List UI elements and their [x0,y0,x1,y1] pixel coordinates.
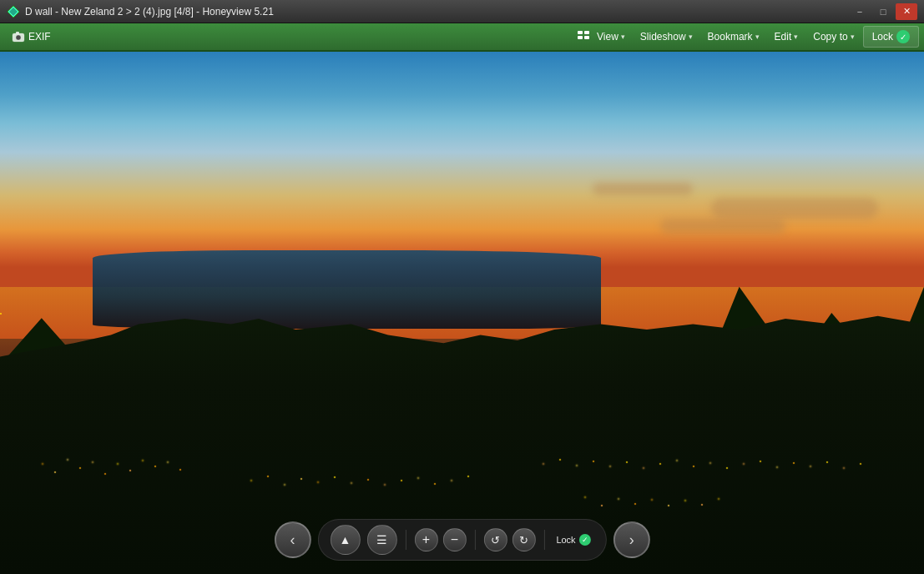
cloud-1 [711,198,878,219]
bookmark-menu-button[interactable]: Bookmark ▾ [701,28,766,46]
window-title: D wall - New Zeland 2 > 2 (4).jpg [4/8] … [25,6,274,18]
close-button[interactable]: ✕ [896,3,917,20]
prev-icon: ‹ [290,531,295,549]
lock-checkmark: ✓ [582,536,588,544]
photo-scene [0,52,924,574]
camera-icon [12,31,25,43]
zoom-out-button[interactable]: − [442,528,466,551]
lock-button[interactable]: Lock ✓ [863,26,919,48]
lock-ctrl-label: Lock [556,535,575,545]
edit-label: Edit [775,31,792,43]
lock-ctrl-check-icon: ✓ [579,534,591,546]
minimize-button[interactable]: − [849,3,871,20]
image-area: ‹ ▲ ☰ + − [0,52,924,574]
cloud-3 [593,183,693,195]
view-dropdown-arrow: ▾ [621,33,625,41]
rotate-left-icon: ↺ [491,534,500,546]
eject-button[interactable]: ▲ [330,525,360,555]
menu-button[interactable]: ☰ [366,525,396,555]
eject-icon: ▲ [339,533,351,546]
view-menu-button[interactable]: View ▾ [571,28,632,46]
rotate-controls: ↺ ↻ [483,528,535,551]
divider-1 [405,530,406,550]
rotate-right-button[interactable]: ↻ [512,528,535,551]
maximize-button[interactable]: □ [872,3,894,20]
next-icon: › [629,531,634,549]
slideshow-menu-button[interactable]: Slideshow ▾ [634,28,699,46]
prev-image-button[interactable]: ‹ [274,521,311,558]
zoom-in-button[interactable]: + [414,528,437,551]
edit-dropdown-arrow: ▾ [794,33,798,41]
slideshow-dropdown-arrow: ▾ [689,33,693,41]
app-icon [7,5,20,18]
next-image-button[interactable]: › [613,521,650,558]
svg-point-3 [16,35,21,40]
exif-label: EXIF [28,31,51,43]
hamburger-icon: ☰ [376,533,387,546]
controls-overlay: ‹ ▲ ☰ + − [274,519,649,561]
exif-button[interactable]: EXIF [5,28,58,46]
copyto-menu-button[interactable]: Copy to ▾ [806,28,861,46]
lights-dots [0,313,2,315]
bookmark-label: Bookmark [708,31,753,43]
main-control-panel: ▲ ☰ + − ↺ [317,519,606,561]
slideshow-label: Slideshow [640,31,686,43]
window-controls: − □ ✕ [849,3,917,20]
svg-rect-4 [16,32,19,34]
copyto-dropdown-arrow: ▾ [851,33,855,41]
lock-ctrl: Lock ✓ [553,534,593,546]
rotate-right-icon: ↻ [519,534,528,546]
cloud-2 [660,219,785,234]
edit-menu-button[interactable]: Edit ▾ [768,28,805,46]
view-grid-icon [578,31,593,43]
title-left: D wall - New Zeland 2 > 2 (4).jpg [4/8] … [7,5,274,18]
menu-bar: EXIF View ▾ Slideshow ▾ Bookmark ▾ Edit … [0,23,924,52]
copyto-label: Copy to [813,31,847,43]
lock-menu-label: Lock [872,31,893,43]
zoom-in-icon: + [422,532,430,547]
view-label: View [597,31,619,43]
bookmark-dropdown-arrow: ▾ [755,33,760,41]
divider-2 [474,530,475,550]
lock-check-icon: ✓ [896,30,910,43]
zoom-out-icon: − [451,532,458,547]
divider-3 [543,530,544,550]
title-bar: D wall - New Zeland 2 > 2 (4).jpg [4/8] … [0,0,924,23]
zoom-controls: + − [414,528,466,551]
rotate-left-button[interactable]: ↺ [483,528,507,551]
